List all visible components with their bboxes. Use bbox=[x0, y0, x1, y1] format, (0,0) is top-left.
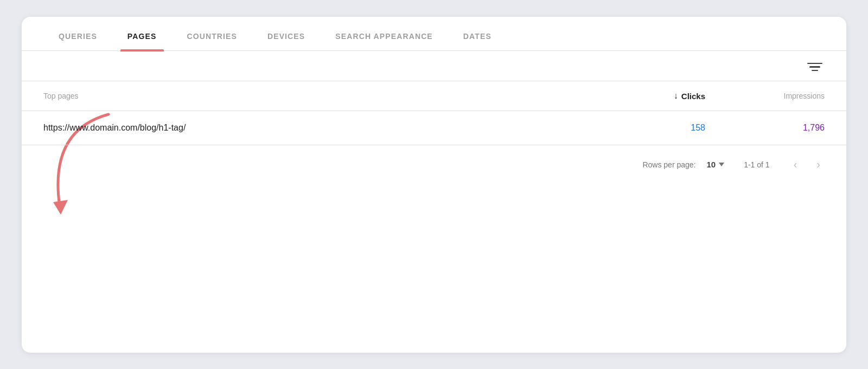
next-page-button[interactable]: › bbox=[812, 156, 825, 173]
rows-per-page-dropdown-arrow bbox=[719, 163, 724, 166]
filter-line-3 bbox=[812, 70, 818, 72]
tab-pages[interactable]: PAGES bbox=[112, 17, 172, 50]
cell-impressions-value: 1,796 bbox=[705, 123, 825, 133]
tab-queries[interactable]: QUERIES bbox=[43, 17, 112, 50]
tabs-bar: QUERIES PAGES COUNTRIES DEVICES SEARCH A… bbox=[22, 17, 846, 51]
sort-down-icon: ↓ bbox=[674, 91, 678, 101]
rows-per-page-label: Rows per page: bbox=[642, 160, 695, 169]
pagination-count: 1-1 of 1 bbox=[744, 160, 769, 169]
main-card: QUERIES PAGES COUNTRIES DEVICES SEARCH A… bbox=[22, 17, 846, 353]
filter-area bbox=[22, 51, 846, 82]
tab-dates[interactable]: DATES bbox=[448, 17, 507, 50]
svg-marker-0 bbox=[53, 200, 68, 215]
table-footer: Rows per page: 10 1-1 of 1 ‹ › bbox=[22, 145, 846, 184]
tab-devices[interactable]: DEVICES bbox=[252, 17, 320, 50]
prev-page-button[interactable]: ‹ bbox=[789, 156, 802, 173]
cell-url[interactable]: https://www.domain.com/blog/h1-tag/ bbox=[43, 123, 586, 133]
table-row: https://www.domain.com/blog/h1-tag/ 158 … bbox=[22, 111, 846, 145]
column-header-impressions: Impressions bbox=[705, 92, 825, 100]
filter-line-1 bbox=[807, 63, 822, 64]
filter-line-2 bbox=[809, 66, 820, 68]
column-header-pages: Top pages bbox=[43, 92, 586, 100]
tab-countries[interactable]: COUNTRIES bbox=[171, 17, 252, 50]
column-header-clicks[interactable]: ↓ Clicks bbox=[586, 91, 705, 101]
table-header: Top pages ↓ Clicks Impressions bbox=[22, 81, 846, 111]
tab-search-appearance[interactable]: SEARCH APPEARANCE bbox=[320, 17, 448, 50]
cell-clicks-value: 158 bbox=[586, 123, 705, 133]
rows-per-page-selector[interactable]: 10 bbox=[706, 160, 724, 169]
filter-button[interactable] bbox=[805, 61, 825, 74]
